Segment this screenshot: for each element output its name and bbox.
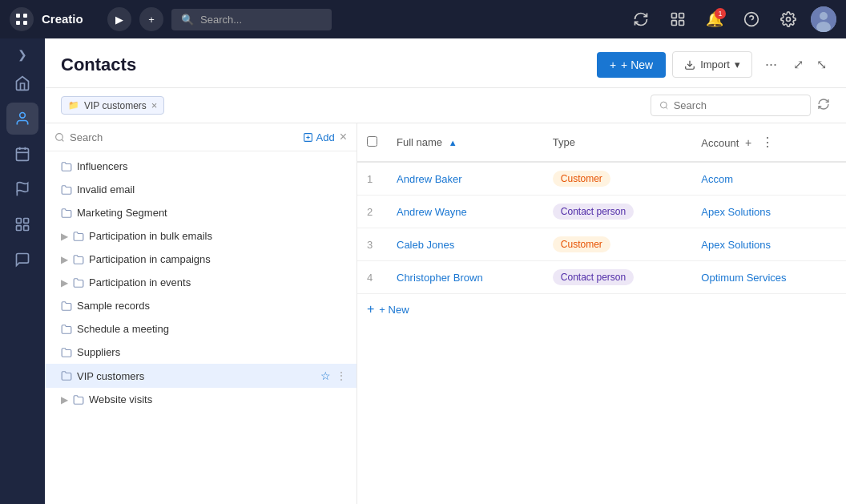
- add-folder-button[interactable]: Add: [303, 131, 335, 143]
- row-checkbox-cell[interactable]: 4: [357, 261, 387, 294]
- folder-item-invalid-email[interactable]: Invalid email: [45, 178, 357, 201]
- svg-rect-7: [672, 21, 677, 26]
- row-number: 4: [367, 272, 373, 284]
- folder-icon: [61, 370, 72, 381]
- type-column-label: Type: [553, 136, 575, 148]
- type-badge: Contact person: [553, 204, 634, 220]
- table-row: 2 Andrew Wayne Contact person Apex Solut…: [357, 196, 846, 228]
- folder-icon: [61, 347, 72, 358]
- refresh-button[interactable]: [817, 98, 830, 114]
- folder-item-website-visits[interactable]: ▶ Website visits: [45, 388, 357, 411]
- settings-button[interactable]: [774, 5, 803, 34]
- column-header-type[interactable]: Type: [543, 123, 692, 162]
- star-icon[interactable]: ☆: [320, 369, 331, 382]
- fullname-column-label: Full name: [397, 136, 442, 148]
- left-sidebar: ❯: [0, 38, 45, 504]
- svg-rect-6: [679, 14, 684, 18]
- add-new-row[interactable]: + + New: [357, 294, 846, 325]
- more-options-button[interactable]: ···: [759, 53, 784, 76]
- sidebar-item-home[interactable]: [6, 67, 38, 99]
- sidebar-item-analytics[interactable]: [6, 208, 38, 240]
- grid-menu-button[interactable]: [10, 7, 34, 31]
- row-checkbox-cell[interactable]: 3: [357, 228, 387, 261]
- row-checkbox-cell[interactable]: 1: [357, 162, 387, 196]
- grid-panel: Full name ▲ Type Account + ⋮: [357, 123, 846, 504]
- column-header-account[interactable]: Account + ⋮: [691, 123, 846, 162]
- main-layout: ❯: [0, 38, 846, 504]
- import-button[interactable]: Import ▾: [672, 51, 752, 78]
- add-button[interactable]: +: [139, 7, 163, 31]
- filter-tag-vip[interactable]: 📁 VIP customers ×: [61, 96, 164, 115]
- svg-point-28: [56, 133, 63, 140]
- folder-label: Influencers: [77, 160, 347, 172]
- grid-search-input[interactable]: [674, 99, 802, 111]
- account-link[interactable]: Apex Solutions: [701, 206, 771, 218]
- sidebar-item-chat[interactable]: [6, 244, 38, 276]
- new-button[interactable]: + + New: [597, 52, 666, 78]
- svg-rect-22: [24, 219, 29, 224]
- notifications-button[interactable]: 🔔 1: [700, 5, 729, 34]
- user-avatar[interactable]: [811, 6, 836, 32]
- table-row: 1 Andrew Baker Customer Accom: [357, 162, 846, 196]
- folder-panel-close[interactable]: ×: [340, 130, 347, 144]
- svg-rect-5: [672, 14, 677, 18]
- sidebar-item-contacts[interactable]: [6, 103, 38, 135]
- account-link[interactable]: Apex Solutions: [701, 239, 771, 251]
- folder-item-participation-events[interactable]: ▶ Participation in events: [45, 271, 357, 294]
- folder-item-marketing-segment[interactable]: Marketing Segment: [45, 201, 357, 224]
- filter-bar: 📁 VIP customers ×: [45, 88, 846, 123]
- folder-item-participation-campaigns[interactable]: ▶ Participation in campaigns: [45, 248, 357, 271]
- column-header-fullname[interactable]: Full name ▲: [387, 123, 543, 162]
- minimize-button[interactable]: ⤢: [790, 54, 807, 75]
- plus-icon: +: [367, 302, 374, 317]
- account-link[interactable]: Accom: [701, 173, 733, 185]
- type-badge: Customer: [553, 236, 610, 252]
- svg-line-29: [62, 139, 63, 141]
- contact-link[interactable]: Christopher Brown: [397, 272, 483, 284]
- select-all-checkbox-header[interactable]: [357, 123, 387, 162]
- sidebar-item-tasks[interactable]: [6, 138, 38, 170]
- filter-tag-close[interactable]: ×: [151, 99, 158, 111]
- add-button-label: Add: [316, 131, 335, 143]
- help-button[interactable]: [737, 5, 766, 34]
- filter-tag-label: VIP customers: [84, 100, 147, 111]
- expand-button[interactable]: ⤡: [813, 54, 830, 75]
- folder-item-sample-records[interactable]: Sample records: [45, 294, 357, 317]
- folder-label: Participation in bulk emails: [89, 230, 347, 242]
- apps-icon-button[interactable]: [663, 5, 692, 34]
- app-logo: Creatio: [42, 11, 99, 27]
- expand-chevron-icon: ▶: [61, 277, 68, 288]
- grid-search-icon: [659, 100, 669, 111]
- account-cell: Optimum Services: [691, 261, 846, 294]
- folder-item-participation-bulk[interactable]: ▶ Participation in bulk emails: [45, 224, 357, 248]
- contact-link[interactable]: Andrew Wayne: [397, 206, 467, 218]
- add-column-button[interactable]: +: [742, 133, 755, 152]
- folder-item-influencers[interactable]: Influencers: [45, 155, 357, 178]
- sync-icon-button[interactable]: [626, 5, 655, 34]
- sidebar-collapse-button[interactable]: ❯: [14, 45, 30, 64]
- column-options-button[interactable]: ⋮: [758, 131, 777, 153]
- notification-badge: 1: [715, 8, 726, 19]
- folder-item-vip-customers[interactable]: VIP customers ☆ ⋮: [45, 364, 357, 388]
- contact-link[interactable]: Caleb Jones: [397, 239, 454, 251]
- type-badge: Customer: [553, 171, 610, 187]
- folder-search-input[interactable]: [70, 131, 298, 143]
- select-all-checkbox[interactable]: [367, 136, 377, 147]
- global-search[interactable]: 🔍: [171, 9, 332, 30]
- account-link[interactable]: Optimum Services: [701, 272, 786, 284]
- global-search-input[interactable]: [200, 14, 322, 26]
- folder-label: Participation in events: [89, 276, 347, 288]
- type-cell: Contact person: [543, 196, 692, 228]
- folder-search-icon: [54, 132, 65, 143]
- play-button[interactable]: ▶: [107, 7, 131, 31]
- svg-rect-16: [17, 148, 29, 160]
- account-cell: Apex Solutions: [691, 196, 846, 228]
- sidebar-item-flag[interactable]: [6, 173, 38, 205]
- folder-item-suppliers[interactable]: Suppliers: [45, 341, 357, 364]
- header-actions: + + New Import ▾ ··· ⤢ ⤡: [597, 51, 830, 78]
- folder-item-schedule-meeting[interactable]: Schedule a meeting: [45, 317, 357, 341]
- contact-link[interactable]: Andrew Baker: [397, 173, 462, 185]
- folder-context-menu-icon[interactable]: ⋮: [336, 369, 347, 382]
- grid-search-box[interactable]: [651, 95, 811, 116]
- row-checkbox-cell[interactable]: 2: [357, 196, 387, 228]
